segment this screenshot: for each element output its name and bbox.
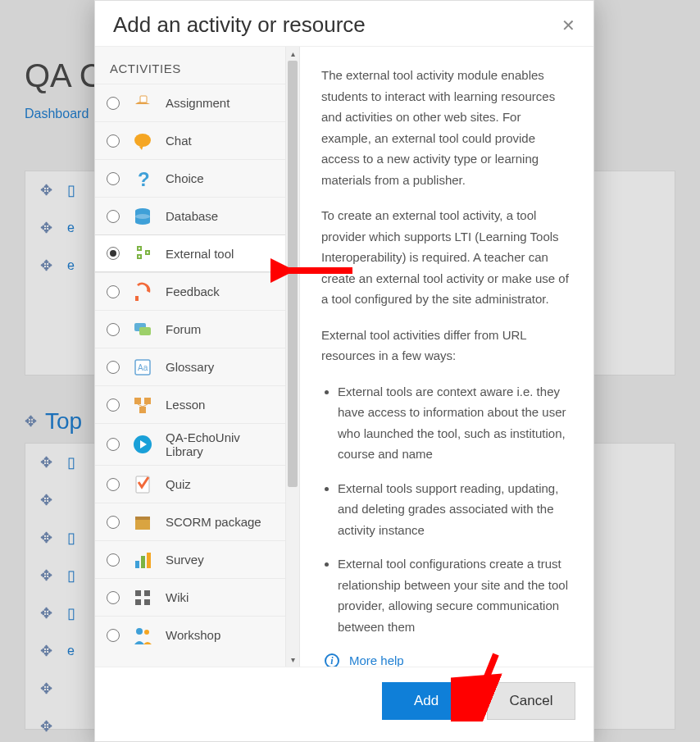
svg-rect-28: [144, 590, 150, 596]
activity-label: Feedback: [166, 285, 220, 298]
svg-rect-24: [135, 561, 139, 568]
radio[interactable]: [107, 591, 120, 604]
svg-text:?: ?: [138, 168, 150, 189]
svg-point-6: [135, 214, 150, 219]
svg-rect-17: [139, 407, 146, 413]
description-paragraph: External tool activities differ from URL…: [321, 325, 572, 366]
svg-rect-16: [144, 398, 151, 404]
activity-label: Wiki: [166, 590, 189, 604]
more-help-link[interactable]: i More help: [325, 650, 572, 667]
activity-label: QA-EchoUniv Library: [166, 430, 274, 458]
activity-label: Glossary: [166, 360, 214, 374]
svg-rect-30: [144, 599, 150, 605]
activity-item-library[interactable]: QA-EchoUniv Library: [95, 423, 285, 465]
activity-item-survey[interactable]: Survey: [95, 540, 285, 578]
description-list: External tools are context aware i.e. th…: [321, 381, 572, 638]
svg-text:Aa: Aa: [138, 363, 148, 372]
activity-item-lesson[interactable]: Lesson: [95, 385, 285, 423]
radio[interactable]: [107, 323, 120, 336]
activity-label: Choice: [166, 171, 204, 185]
library-icon: [131, 433, 154, 456]
svg-point-31: [136, 628, 143, 635]
radio[interactable]: [107, 516, 120, 529]
activity-label: External tool: [166, 247, 234, 261]
activity-label: Survey: [166, 553, 204, 567]
activity-item-scorm[interactable]: SCORM package: [95, 503, 285, 540]
activity-item-forum[interactable]: Forum: [95, 310, 285, 348]
activity-label: Quiz: [166, 477, 191, 491]
scroll-thumb[interactable]: [288, 61, 298, 487]
glossary-icon: Aa: [131, 356, 154, 379]
svg-point-7: [139, 248, 140, 249]
svg-point-8: [139, 256, 140, 257]
scroll-down-icon[interactable]: ▾: [286, 653, 299, 667]
add-activity-modal: Add an activity or resource ✕ ACTIVITIES…: [94, 0, 594, 742]
modal-title: Add an activity or resource: [113, 12, 366, 38]
scorm-icon: [131, 511, 154, 534]
wiki-icon: [131, 586, 154, 609]
quiz-icon: [131, 473, 154, 496]
activity-label: SCORM package: [166, 515, 261, 529]
radio[interactable]: [107, 361, 120, 374]
svg-rect-26: [147, 553, 151, 568]
activity-item-database[interactable]: Database: [95, 197, 285, 234]
external-tool-icon: [131, 242, 154, 265]
radio[interactable]: [107, 97, 120, 110]
activity-label: Lesson: [166, 398, 205, 412]
database-icon: [131, 205, 154, 228]
radio[interactable]: [107, 172, 120, 185]
info-icon: i: [325, 653, 339, 667]
radio[interactable]: [107, 438, 120, 451]
radio[interactable]: [107, 210, 120, 223]
svg-rect-12: [139, 327, 151, 335]
scroll-up-icon[interactable]: ▴: [286, 47, 299, 61]
svg-rect-27: [135, 590, 141, 596]
svg-rect-15: [134, 398, 141, 404]
activity-item-wiki[interactable]: Wiki: [95, 578, 285, 616]
activity-item-workshop[interactable]: Workshop: [95, 616, 285, 653]
radio[interactable]: [107, 134, 120, 148]
add-button[interactable]: Add: [382, 682, 470, 720]
activity-item-external-tool[interactable]: External tool: [95, 234, 285, 272]
radio[interactable]: [107, 285, 120, 298]
more-help-label: More help: [349, 650, 404, 667]
survey-icon: [131, 549, 154, 571]
activity-item-choice[interactable]: ?Choice: [95, 159, 285, 197]
activity-item-assignment[interactable]: Assignment: [95, 84, 285, 121]
cancel-button[interactable]: Cancel: [487, 682, 575, 720]
svg-rect-10: [135, 296, 139, 301]
radio[interactable]: [107, 478, 120, 491]
activities-list[interactable]: ACTIVITIES AssignmentChat?ChoiceDatabase…: [95, 47, 285, 667]
activity-item-glossary[interactable]: AaGlossary: [95, 348, 285, 385]
svg-line-19: [143, 404, 148, 407]
svg-point-5: [135, 220, 150, 225]
activity-item-quiz[interactable]: Quiz: [95, 465, 285, 503]
workshop-icon: [131, 624, 154, 647]
chat-icon: [131, 130, 154, 152]
svg-point-32: [144, 630, 149, 635]
radio[interactable]: [107, 629, 120, 642]
activity-item-chat[interactable]: Chat: [95, 121, 285, 159]
assignment-icon: [131, 92, 154, 115]
lesson-icon: [131, 394, 154, 417]
description-bullet: External tool configurations create a tr…: [338, 553, 572, 637]
description-paragraph: The external tool activity module enable…: [321, 65, 572, 190]
activities-heading: ACTIVITIES: [95, 57, 285, 84]
description-bullet: External tools are context aware i.e. th…: [338, 381, 572, 465]
radio[interactable]: [107, 247, 120, 260]
activity-label: Database: [166, 209, 218, 223]
activity-label: Workshop: [166, 628, 220, 642]
activity-label: Forum: [166, 322, 201, 336]
description-paragraph: To create an external tool activity, a t…: [321, 205, 572, 310]
close-icon[interactable]: ✕: [561, 17, 575, 34]
scrollbar[interactable]: ▴ ▾: [285, 47, 299, 667]
svg-rect-22: [135, 518, 150, 530]
activity-item-feedback[interactable]: Feedback: [95, 272, 285, 310]
modal-footer: Add Cancel: [95, 667, 593, 741]
radio[interactable]: [107, 398, 120, 412]
svg-point-9: [147, 252, 148, 253]
description-bullet: External tools support reading, updating…: [338, 478, 572, 541]
modal-body: ACTIVITIES AssignmentChat?ChoiceDatabase…: [95, 46, 593, 667]
feedback-icon: [131, 280, 154, 303]
radio[interactable]: [107, 553, 120, 567]
